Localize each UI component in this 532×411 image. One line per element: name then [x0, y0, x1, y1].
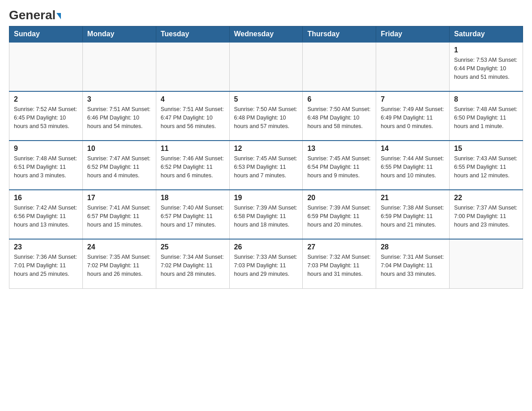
- logo: General: [9, 9, 61, 21]
- calendar-cell: 23Sunrise: 7:36 AM Sunset: 7:01 PM Dayli…: [9, 239, 83, 288]
- calendar-week-5: 23Sunrise: 7:36 AM Sunset: 7:01 PM Dayli…: [9, 239, 523, 288]
- logo-general-text: General: [9, 9, 61, 21]
- calendar-week-3: 9Sunrise: 7:48 AM Sunset: 6:51 PM Daylig…: [9, 141, 523, 190]
- day-info: Sunrise: 7:50 AM Sunset: 6:48 PM Dayligh…: [307, 105, 371, 130]
- calendar-cell: [376, 42, 450, 91]
- calendar-cell: [82, 42, 156, 91]
- calendar-cell: 24Sunrise: 7:35 AM Sunset: 7:02 PM Dayli…: [82, 239, 156, 288]
- day-info: Sunrise: 7:47 AM Sunset: 6:52 PM Dayligh…: [87, 154, 151, 180]
- day-number: 6: [307, 95, 371, 103]
- calendar-cell: 2Sunrise: 7:52 AM Sunset: 6:45 PM Daylig…: [9, 91, 83, 141]
- logo-arrow-icon: [56, 13, 61, 19]
- day-info: Sunrise: 7:50 AM Sunset: 6:48 PM Dayligh…: [234, 105, 298, 130]
- calendar-cell: 21Sunrise: 7:38 AM Sunset: 6:59 PM Dayli…: [376, 190, 450, 239]
- day-info: Sunrise: 7:45 AM Sunset: 6:53 PM Dayligh…: [234, 154, 298, 180]
- day-info: Sunrise: 7:40 AM Sunset: 6:57 PM Dayligh…: [161, 204, 225, 229]
- day-number: 18: [161, 194, 225, 202]
- page-header: General: [9, 9, 523, 21]
- day-info: Sunrise: 7:46 AM Sunset: 6:52 PM Dayligh…: [161, 154, 225, 180]
- day-number: 16: [14, 194, 78, 202]
- calendar-cell: 8Sunrise: 7:48 AM Sunset: 6:50 PM Daylig…: [450, 91, 523, 141]
- day-number: 23: [14, 243, 78, 251]
- day-info: Sunrise: 7:51 AM Sunset: 6:46 PM Dayligh…: [87, 105, 151, 130]
- day-number: 7: [381, 95, 445, 103]
- day-info: Sunrise: 7:31 AM Sunset: 7:04 PM Dayligh…: [381, 253, 445, 278]
- calendar-cell: 25Sunrise: 7:34 AM Sunset: 7:02 PM Dayli…: [156, 239, 229, 288]
- calendar-cell: 12Sunrise: 7:45 AM Sunset: 6:53 PM Dayli…: [229, 141, 303, 190]
- day-number: 25: [161, 243, 225, 251]
- calendar-cell: 3Sunrise: 7:51 AM Sunset: 6:46 PM Daylig…: [82, 91, 156, 141]
- calendar-cell: [9, 42, 83, 91]
- calendar-cell: 7Sunrise: 7:49 AM Sunset: 6:49 PM Daylig…: [376, 91, 450, 141]
- day-number: 21: [381, 194, 445, 202]
- calendar-week-2: 2Sunrise: 7:52 AM Sunset: 6:45 PM Daylig…: [9, 91, 523, 141]
- day-info: Sunrise: 7:45 AM Sunset: 6:54 PM Dayligh…: [307, 154, 371, 180]
- day-header-tuesday: Tuesday: [156, 26, 229, 43]
- calendar-cell: 27Sunrise: 7:32 AM Sunset: 7:03 PM Dayli…: [303, 239, 376, 288]
- day-info: Sunrise: 7:49 AM Sunset: 6:49 PM Dayligh…: [381, 105, 445, 130]
- day-info: Sunrise: 7:36 AM Sunset: 7:01 PM Dayligh…: [14, 253, 78, 278]
- day-info: Sunrise: 7:48 AM Sunset: 6:51 PM Dayligh…: [14, 154, 78, 180]
- calendar-cell: 14Sunrise: 7:44 AM Sunset: 6:55 PM Dayli…: [376, 141, 450, 190]
- day-number: 2: [14, 95, 78, 103]
- day-header-saturday: Saturday: [450, 26, 523, 43]
- day-info: Sunrise: 7:35 AM Sunset: 7:02 PM Dayligh…: [87, 253, 151, 278]
- day-header-wednesday: Wednesday: [229, 26, 303, 43]
- day-number: 14: [381, 145, 445, 153]
- header-row: SundayMondayTuesdayWednesdayThursdayFrid…: [9, 26, 523, 43]
- day-number: 20: [307, 194, 371, 202]
- day-number: 17: [87, 194, 151, 202]
- day-info: Sunrise: 7:41 AM Sunset: 6:57 PM Dayligh…: [87, 204, 151, 229]
- day-number: 4: [161, 95, 225, 103]
- day-info: Sunrise: 7:39 AM Sunset: 6:59 PM Dayligh…: [307, 204, 371, 229]
- calendar-cell: 22Sunrise: 7:37 AM Sunset: 7:00 PM Dayli…: [450, 190, 523, 239]
- day-info: Sunrise: 7:38 AM Sunset: 6:59 PM Dayligh…: [381, 204, 445, 229]
- calendar-cell: 19Sunrise: 7:39 AM Sunset: 6:58 PM Dayli…: [229, 190, 303, 239]
- day-info: Sunrise: 7:52 AM Sunset: 6:45 PM Dayligh…: [14, 105, 78, 130]
- calendar-cell: 6Sunrise: 7:50 AM Sunset: 6:48 PM Daylig…: [303, 91, 376, 141]
- calendar-cell: 5Sunrise: 7:50 AM Sunset: 6:48 PM Daylig…: [229, 91, 303, 141]
- day-number: 26: [234, 243, 298, 251]
- calendar-header: SundayMondayTuesdayWednesdayThursdayFrid…: [9, 26, 523, 43]
- day-info: Sunrise: 7:44 AM Sunset: 6:55 PM Dayligh…: [381, 154, 445, 180]
- calendar-cell: 20Sunrise: 7:39 AM Sunset: 6:59 PM Dayli…: [303, 190, 376, 239]
- day-header-monday: Monday: [82, 26, 156, 43]
- calendar-cell: 18Sunrise: 7:40 AM Sunset: 6:57 PM Dayli…: [156, 190, 229, 239]
- calendar-cell: 9Sunrise: 7:48 AM Sunset: 6:51 PM Daylig…: [9, 141, 83, 190]
- calendar-cell: 13Sunrise: 7:45 AM Sunset: 6:54 PM Dayli…: [303, 141, 376, 190]
- calendar-cell: 26Sunrise: 7:33 AM Sunset: 7:03 PM Dayli…: [229, 239, 303, 288]
- day-number: 5: [234, 95, 298, 103]
- day-header-friday: Friday: [376, 26, 450, 43]
- day-info: Sunrise: 7:34 AM Sunset: 7:02 PM Dayligh…: [161, 253, 225, 278]
- day-info: Sunrise: 7:32 AM Sunset: 7:03 PM Dayligh…: [307, 253, 371, 278]
- calendar-cell: 15Sunrise: 7:43 AM Sunset: 6:55 PM Dayli…: [450, 141, 523, 190]
- day-number: 9: [14, 145, 78, 153]
- day-info: Sunrise: 7:37 AM Sunset: 7:00 PM Dayligh…: [454, 204, 518, 229]
- day-number: 10: [87, 145, 151, 153]
- calendar-table: SundayMondayTuesdayWednesdayThursdayFrid…: [9, 26, 523, 289]
- day-number: 11: [161, 145, 225, 153]
- calendar-body: 1Sunrise: 7:53 AM Sunset: 6:44 PM Daylig…: [9, 42, 523, 288]
- day-number: 13: [307, 145, 371, 153]
- day-info: Sunrise: 7:42 AM Sunset: 6:56 PM Dayligh…: [14, 204, 78, 229]
- calendar-cell: 10Sunrise: 7:47 AM Sunset: 6:52 PM Dayli…: [82, 141, 156, 190]
- day-number: 28: [381, 243, 445, 251]
- calendar-cell: 1Sunrise: 7:53 AM Sunset: 6:44 PM Daylig…: [450, 42, 523, 91]
- day-info: Sunrise: 7:33 AM Sunset: 7:03 PM Dayligh…: [234, 253, 298, 278]
- calendar-cell: 16Sunrise: 7:42 AM Sunset: 6:56 PM Dayli…: [9, 190, 83, 239]
- day-number: 19: [234, 194, 298, 202]
- calendar-week-1: 1Sunrise: 7:53 AM Sunset: 6:44 PM Daylig…: [9, 42, 523, 91]
- calendar-cell: 17Sunrise: 7:41 AM Sunset: 6:57 PM Dayli…: [82, 190, 156, 239]
- day-info: Sunrise: 7:48 AM Sunset: 6:50 PM Dayligh…: [454, 105, 518, 130]
- calendar-cell: 11Sunrise: 7:46 AM Sunset: 6:52 PM Dayli…: [156, 141, 229, 190]
- day-number: 1: [454, 46, 518, 54]
- calendar-cell: [303, 42, 376, 91]
- calendar-cell: 28Sunrise: 7:31 AM Sunset: 7:04 PM Dayli…: [376, 239, 450, 288]
- calendar-cell: 4Sunrise: 7:51 AM Sunset: 6:47 PM Daylig…: [156, 91, 229, 141]
- calendar-cell: [450, 239, 523, 288]
- calendar-cell: [229, 42, 303, 91]
- day-info: Sunrise: 7:51 AM Sunset: 6:47 PM Dayligh…: [161, 105, 225, 130]
- day-number: 24: [87, 243, 151, 251]
- day-number: 12: [234, 145, 298, 153]
- calendar-week-4: 16Sunrise: 7:42 AM Sunset: 6:56 PM Dayli…: [9, 190, 523, 239]
